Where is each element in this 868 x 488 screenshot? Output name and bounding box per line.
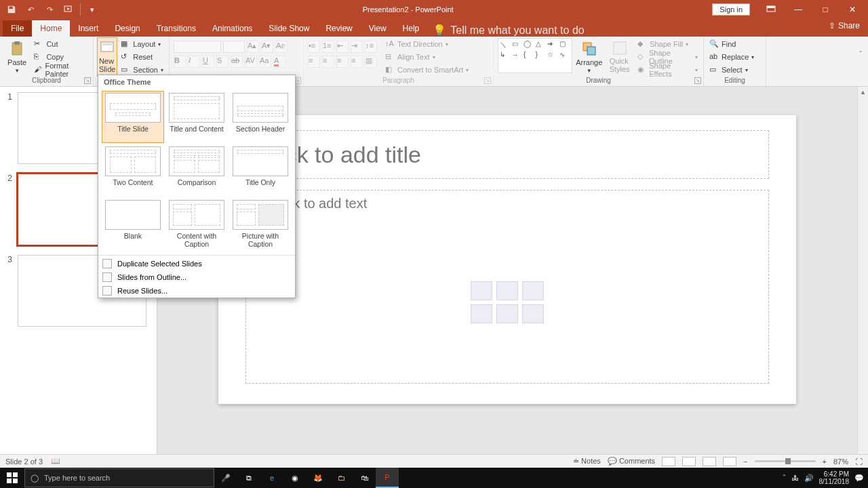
drawing-dialog-launcher[interactable]: ↘ bbox=[694, 77, 701, 84]
layout-section-header[interactable]: Section Header bbox=[230, 92, 291, 142]
shapes-gallery[interactable]: ＼▭◯△➔▢ ↳→{}☆∿ bbox=[498, 38, 572, 73]
tell-me-search[interactable]: 💡 Tell me what you want to do bbox=[433, 24, 584, 37]
network-icon[interactable]: 🖧 bbox=[791, 474, 799, 482]
increase-indent-icon[interactable]: ⇥ bbox=[351, 41, 363, 53]
ribbon-display-options-icon[interactable] bbox=[758, 0, 784, 19]
shape-connector-icon[interactable]: ↳ bbox=[500, 51, 511, 61]
copy-button[interactable]: ⎘Copy bbox=[33, 52, 89, 63]
shape-triangle-icon[interactable]: △ bbox=[536, 40, 547, 50]
shadow-icon[interactable]: S bbox=[216, 56, 229, 68]
zoom-slider[interactable] bbox=[755, 460, 816, 462]
clipboard-dialog-launcher[interactable]: ↘ bbox=[84, 77, 91, 84]
layout-picture-with-caption[interactable]: Picture with Caption bbox=[230, 199, 291, 249]
share-button[interactable]: ⇪ Share bbox=[829, 21, 860, 30]
file-explorer-icon[interactable]: 🗀 bbox=[330, 468, 353, 488]
shape-lbrace-icon[interactable]: { bbox=[524, 51, 535, 61]
font-color-icon[interactable]: A bbox=[273, 56, 285, 68]
char-spacing-icon[interactable]: AV bbox=[245, 56, 257, 68]
close-icon[interactable]: ✕ bbox=[840, 0, 865, 19]
duplicate-selected-slides[interactable]: Duplicate Selected Slides bbox=[98, 257, 295, 270]
italic-icon[interactable]: I bbox=[188, 56, 200, 68]
slide-canvas[interactable]: Click to add title Click to add text bbox=[218, 115, 796, 404]
shape-rbrace-icon[interactable]: } bbox=[536, 51, 547, 61]
zoom-out-icon[interactable]: − bbox=[743, 458, 747, 466]
shape-curve-icon[interactable]: ∿ bbox=[559, 51, 571, 61]
reading-view-icon[interactable] bbox=[703, 457, 716, 466]
reset-button[interactable]: ↺Reset bbox=[119, 52, 165, 63]
slide-sorter-view-icon[interactable] bbox=[682, 457, 696, 466]
reuse-slides[interactable]: Reuse Slides... bbox=[98, 284, 295, 298]
start-button[interactable] bbox=[0, 468, 24, 488]
select-button[interactable]: ▭Select▾ bbox=[708, 64, 755, 76]
undo-icon[interactable]: ↶ bbox=[23, 2, 38, 17]
notes-button[interactable]: ≐ Notes bbox=[573, 457, 601, 466]
shape-effects-button[interactable]: ◉Shape Effects▾ bbox=[636, 64, 699, 76]
convert-smartart-button[interactable]: ◧Convert to SmartArt▾ bbox=[384, 64, 470, 76]
scroll-up-icon[interactable]: ▲ bbox=[858, 87, 868, 98]
insert-chart-icon[interactable] bbox=[496, 281, 518, 300]
comments-button[interactable]: 💬 Comments bbox=[608, 457, 655, 466]
align-right-icon[interactable]: ≡ bbox=[336, 56, 349, 68]
shape-outline-button[interactable]: ◇Shape Outline▾ bbox=[636, 52, 699, 63]
align-left-icon[interactable]: ≡ bbox=[308, 56, 320, 68]
find-button[interactable]: 🔍Find bbox=[708, 39, 755, 50]
strikethrough-icon[interactable]: ab bbox=[231, 56, 243, 68]
powerpoint-taskbar-icon[interactable]: P bbox=[376, 468, 399, 488]
title-placeholder[interactable]: Click to add title bbox=[245, 130, 769, 179]
start-from-beginning-icon[interactable] bbox=[61, 2, 76, 17]
store-icon[interactable]: 🛍 bbox=[353, 468, 376, 488]
insert-online-picture-icon[interactable] bbox=[496, 304, 518, 323]
layout-comparison[interactable]: Comparison bbox=[166, 145, 227, 196]
quick-styles-button[interactable]: Quick Styles bbox=[606, 38, 633, 76]
layout-two-content[interactable]: Two Content bbox=[102, 145, 163, 196]
tab-review[interactable]: Review bbox=[317, 20, 360, 37]
zoom-level[interactable]: 87% bbox=[833, 458, 848, 466]
tab-home[interactable]: Home bbox=[32, 20, 70, 37]
layout-content-with-caption[interactable]: Content with Caption bbox=[166, 199, 227, 249]
tab-insert[interactable]: Insert bbox=[70, 20, 106, 37]
new-slide-button[interactable]: New Slide bbox=[98, 38, 117, 76]
format-painter-button[interactable]: 🖌Format Painter bbox=[33, 64, 89, 76]
align-center-icon[interactable]: ≡ bbox=[322, 56, 334, 68]
decrease-font-icon[interactable]: A▾ bbox=[261, 41, 273, 53]
cut-button[interactable]: ✂Cut bbox=[33, 39, 89, 50]
numbering-icon[interactable]: 1≡ bbox=[322, 41, 334, 53]
slideshow-view-icon[interactable] bbox=[723, 457, 736, 466]
shape-oval-icon[interactable]: ◯ bbox=[524, 40, 535, 50]
font-size-input[interactable] bbox=[223, 41, 245, 53]
insert-table-icon[interactable] bbox=[471, 281, 492, 300]
shape-rect-icon[interactable]: ▭ bbox=[512, 40, 524, 50]
action-center-icon[interactable]: 💬 bbox=[854, 474, 864, 483]
slides-from-outline[interactable]: Slides from Outline... bbox=[98, 270, 295, 284]
tab-transitions[interactable]: Transitions bbox=[149, 20, 204, 37]
redo-icon[interactable]: ↷ bbox=[42, 2, 57, 17]
shape-fill-button[interactable]: ◆Shape Fill▾ bbox=[636, 39, 699, 50]
signin-button[interactable]: Sign in bbox=[712, 3, 750, 16]
tab-help[interactable]: Help bbox=[395, 20, 428, 37]
qat-customize-icon[interactable]: ▾ bbox=[85, 2, 100, 17]
tab-view[interactable]: View bbox=[361, 20, 395, 37]
taskbar-clock[interactable]: 6:42 PM 8/11/2018 bbox=[819, 470, 850, 485]
save-icon[interactable] bbox=[4, 2, 19, 17]
layout-title-only[interactable]: Title Only bbox=[230, 145, 291, 196]
underline-icon[interactable]: U bbox=[202, 56, 214, 68]
minimize-icon[interactable]: — bbox=[785, 0, 811, 19]
collapse-ribbon-icon[interactable]: ˆ bbox=[856, 37, 865, 71]
chrome-icon[interactable]: ◉ bbox=[283, 468, 307, 488]
tab-design[interactable]: Design bbox=[106, 20, 148, 37]
justify-icon[interactable]: ≡ bbox=[351, 56, 363, 68]
paragraph-dialog-launcher[interactable]: ↘ bbox=[484, 77, 491, 84]
zoom-in-icon[interactable]: + bbox=[823, 458, 827, 466]
replace-button[interactable]: abReplace▾ bbox=[708, 52, 755, 63]
increase-font-icon[interactable]: A▴ bbox=[247, 41, 259, 53]
maximize-icon[interactable]: □ bbox=[812, 0, 838, 19]
bullets-icon[interactable]: •≡ bbox=[308, 41, 320, 53]
arrange-button[interactable]: Arrange▼ bbox=[575, 38, 603, 76]
taskbar-search[interactable]: ◯ Type here to search bbox=[24, 468, 214, 487]
bold-icon[interactable]: B bbox=[174, 56, 186, 68]
spellcheck-icon[interactable]: 📖 bbox=[51, 457, 60, 466]
font-family-input[interactable] bbox=[174, 41, 221, 53]
layout-button[interactable]: ▦Layout▾ bbox=[119, 39, 165, 50]
tab-slideshow[interactable]: Slide Show bbox=[260, 20, 317, 37]
shape-arrowline-icon[interactable]: → bbox=[512, 51, 524, 61]
